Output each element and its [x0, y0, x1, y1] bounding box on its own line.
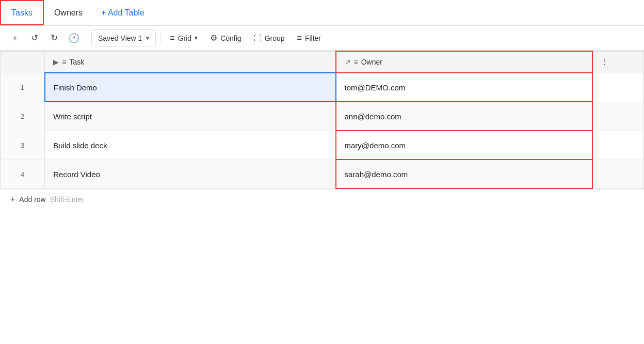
add-table-label: + Add Table: [101, 8, 144, 18]
saved-view-dropdown[interactable]: Saved View 1 ▾: [91, 29, 156, 47]
task-col-arrow-icon: ▶: [53, 58, 59, 66]
table-header-row: ▶ ≡ Task ↗ ≡ Owner ⋮: [1, 51, 644, 73]
task-cell[interactable]: Build slide deck: [45, 131, 336, 160]
owner-cell[interactable]: tom@DEMO.com: [336, 73, 592, 102]
filter-button[interactable]: ≡ Filter: [292, 29, 326, 47]
task-cell[interactable]: Record Video: [45, 160, 336, 189]
group-button[interactable]: ⛶ Group: [249, 29, 290, 47]
add-button[interactable]: +: [6, 29, 24, 47]
task-col-menu-icon: ≡: [62, 58, 66, 66]
owner-cell[interactable]: mary@demo.com: [336, 131, 592, 160]
group-label: Group: [265, 34, 285, 42]
table-row[interactable]: 3Build slide deckmary@demo.com: [1, 131, 644, 160]
extra-column-header: ⋮: [592, 51, 644, 73]
extra-cell: [592, 131, 644, 160]
tab-bar: Tasks Owners + Add Table: [0, 0, 644, 26]
add-row-label: Add row: [19, 195, 45, 204]
redo-icon: ↻: [51, 33, 58, 43]
tab-owners-label: Owners: [54, 8, 83, 18]
history-icon: 🕐: [68, 33, 79, 44]
filter-label: Filter: [305, 34, 321, 42]
task-column-header[interactable]: ▶ ≡ Task: [45, 51, 336, 73]
toolbar: + ↺ ↻ 🕐 Saved View 1 ▾ ≡ Grid ▾ ⚙ Config…: [0, 26, 644, 51]
owner-column-label: Owner: [361, 58, 382, 66]
config-icon: ⚙: [210, 33, 217, 43]
tab-tasks[interactable]: Tasks: [0, 0, 44, 25]
chevron-down-icon: ▾: [146, 35, 149, 42]
grid-chevron-icon: ▾: [195, 35, 198, 41]
task-cell[interactable]: Write script: [45, 102, 336, 131]
toolbar-divider: [87, 32, 87, 44]
extra-cell: [592, 73, 644, 102]
redo-button[interactable]: ↻: [45, 29, 63, 47]
add-icon: +: [12, 33, 18, 43]
tab-tasks-label: Tasks: [11, 8, 33, 18]
add-table-button[interactable]: + Add Table: [93, 8, 153, 18]
owner-column-header[interactable]: ↗ ≡ Owner: [336, 51, 592, 73]
extra-cell: [592, 102, 644, 131]
owner-cell[interactable]: sarah@demo.com: [336, 160, 592, 189]
config-button[interactable]: ⚙ Config: [205, 29, 246, 47]
owner-col-menu-icon: ≡: [354, 58, 358, 66]
tab-owners[interactable]: Owners: [44, 0, 93, 25]
filter-icon: ≡: [297, 34, 302, 43]
grid-label: Grid: [178, 34, 191, 42]
row-number: 1: [1, 73, 45, 102]
task-cell[interactable]: Finish Demo: [45, 73, 336, 102]
saved-view-label: Saved View 1: [98, 34, 142, 42]
undo-icon: ↺: [31, 33, 38, 43]
group-icon: ⛶: [254, 34, 262, 42]
grid-icon: ≡: [170, 34, 174, 43]
data-table: ▶ ≡ Task ↗ ≡ Owner ⋮ 1Finish De: [0, 51, 644, 189]
history-button[interactable]: 🕐: [65, 29, 83, 47]
owner-col-sort-icon: ↗: [345, 58, 351, 66]
table-container: ▶ ≡ Task ↗ ≡ Owner ⋮ 1Finish De: [0, 51, 644, 189]
extra-col-icon: ⋮: [601, 58, 608, 66]
table-row[interactable]: 2Write scriptann@demo.com: [1, 102, 644, 131]
row-number: 2: [1, 102, 45, 131]
grid-button[interactable]: ≡ Grid ▾: [165, 29, 203, 47]
table-row[interactable]: 4Record Videosarah@demo.com: [1, 160, 644, 189]
toolbar-divider-2: [160, 32, 160, 44]
extra-cell: [592, 160, 644, 189]
owner-cell[interactable]: ann@demo.com: [336, 102, 592, 131]
row-number: 4: [1, 160, 45, 189]
row-number: 3: [1, 131, 45, 160]
add-row-shortcut: Shift-Enter: [50, 195, 84, 204]
add-row-plus-icon: +: [10, 195, 15, 204]
undo-button[interactable]: ↺: [26, 29, 43, 47]
config-label: Config: [220, 34, 241, 42]
add-row-button[interactable]: + Add row Shift-Enter: [0, 189, 644, 209]
table-row[interactable]: 1Finish Demotom@DEMO.com: [1, 73, 644, 102]
row-num-header: [1, 51, 45, 73]
task-column-label: Task: [69, 58, 84, 66]
